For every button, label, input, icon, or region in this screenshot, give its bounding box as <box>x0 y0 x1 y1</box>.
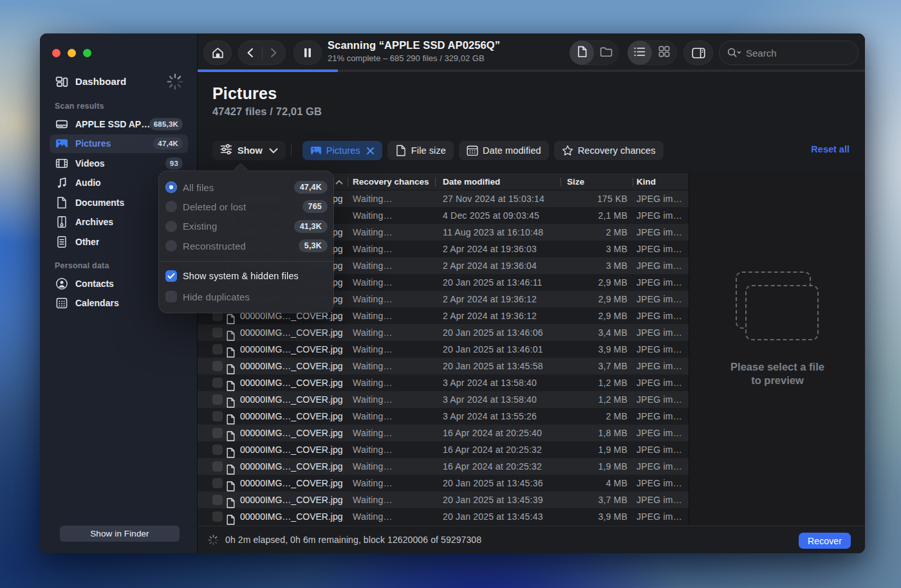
preview-placeholder-text: Please select a file to preview <box>689 360 865 387</box>
home-button[interactable] <box>203 41 232 65</box>
show-in-finder-button[interactable]: Show in Finder <box>60 526 180 542</box>
table-row[interactable]: 00000IMG…_COVER.jpg Waiting… 20 Jan 2025… <box>198 508 689 525</box>
table-row[interactable]: 00000IMG…_COVER.jpg Waiting… 20 Jan 2025… <box>198 492 689 508</box>
file-name: 00000IMG…_COVER.jpg <box>240 324 348 341</box>
filter-option-row[interactable]: All files 47,4K <box>158 178 334 197</box>
table-row[interactable]: 00000IMG…_COVER.jpg Waiting… 16 Apr 2024… <box>198 458 689 475</box>
row-checkbox[interactable] <box>212 411 223 421</box>
minimize-window-button[interactable] <box>68 49 76 57</box>
files-view-option[interactable] <box>570 41 594 65</box>
toggle-option-row[interactable]: Hide duplicates <box>158 287 334 306</box>
sidebar-spinner-icon <box>167 73 183 93</box>
sidebar-item-icon <box>55 176 68 189</box>
sidebar-item-label: Documents <box>75 198 124 208</box>
home-icon <box>211 46 225 60</box>
sort-ascending-icon <box>335 177 343 187</box>
column-header-size[interactable]: Size <box>567 173 584 190</box>
filter-chip-icon <box>395 145 407 156</box>
recovery-status: Waiting… <box>353 324 393 341</box>
row-checkbox[interactable] <box>212 394 223 405</box>
scan-progress-fill <box>198 69 338 72</box>
filter-divider <box>291 145 292 156</box>
row-checkbox[interactable] <box>212 361 223 371</box>
list-view-option[interactable] <box>627 41 652 65</box>
recovery-status: Waiting… <box>353 458 393 475</box>
folders-view-option[interactable] <box>594 41 618 65</box>
recover-button[interactable]: Recover <box>799 533 851 549</box>
search-input[interactable] <box>746 48 842 59</box>
filter-chip[interactable]: Recovery chances <box>554 141 664 160</box>
table-row[interactable]: 00000IMG…_COVER.jpg Waiting… 16 Apr 2024… <box>198 425 689 441</box>
table-row[interactable]: 00000IMG…_COVER.jpg Waiting… 20 Jan 2025… <box>198 324 689 341</box>
table-row[interactable]: 00000IMG…_COVER.jpg Waiting… 20 Jan 2025… <box>198 358 689 374</box>
column-divider <box>435 178 436 187</box>
grid-icon <box>658 46 670 60</box>
dashboard-icon <box>55 75 68 88</box>
pause-scan-button[interactable] <box>293 41 322 65</box>
layout-segmented-control <box>627 41 677 65</box>
row-checkbox[interactable] <box>212 327 223 338</box>
sidebar-item-dashboard[interactable]: Dashboard <box>50 72 188 91</box>
column-divider <box>633 178 633 187</box>
search-field[interactable] <box>719 41 859 65</box>
filter-option-row[interactable]: Reconstructed 5,3K <box>158 236 334 255</box>
file-size: 4 MB <box>561 475 627 492</box>
file-name: 00000IMG…_COVER.jpg <box>240 475 348 492</box>
table-row[interactable]: 00000IMG…_COVER.jpg Waiting… 16 Apr 2024… <box>198 441 689 458</box>
table-row[interactable]: 00000IMG…_COVER.jpg Waiting… 20 Jan 2025… <box>198 341 689 358</box>
sidebar-item[interactable]: APPLE SSD AP… 685,3K <box>50 115 188 133</box>
reset-all-link[interactable]: Reset all <box>811 144 850 154</box>
grid-view-option[interactable] <box>652 41 676 65</box>
filter-chip[interactable]: Pictures <box>302 141 382 160</box>
filter-chip[interactable]: Date modified <box>459 141 549 160</box>
file-kind: JPEG im… <box>636 475 687 492</box>
toggle-preview-panel-button[interactable] <box>683 41 713 65</box>
table-row[interactable]: 00000IMG…_COVER.jpg Waiting… 3 Apr 2024 … <box>198 374 689 391</box>
date-modified: 3 Apr 2024 at 13:58:40 <box>443 374 537 391</box>
back-button[interactable] <box>238 41 262 65</box>
table-row[interactable]: 00000IMG…_COVER.jpg Waiting… 3 Apr 2024 … <box>198 408 689 425</box>
page-title: Pictures <box>212 84 277 103</box>
sidebar-item-label: APPLE SSD AP… <box>75 119 150 129</box>
dashboard-label: Dashboard <box>75 76 126 87</box>
filter-option-row[interactable]: Deleted or lost 765 <box>158 197 334 216</box>
popover-divider <box>158 261 334 262</box>
file-kind: JPEG im… <box>636 425 687 441</box>
sidebar-item[interactable]: Pictures 47,4K <box>50 134 188 153</box>
row-checkbox[interactable] <box>212 445 223 455</box>
table-row[interactable]: 00000IMG…_COVER.jpg Waiting… 20 Jan 2025… <box>198 475 689 492</box>
section-label-scan-results: Scan results <box>55 102 104 111</box>
row-checkbox[interactable] <box>212 478 223 488</box>
toolbar: Scanning “APPLE SSD AP0256Q” 21% complet… <box>198 33 865 69</box>
toggle-option-row[interactable]: Show system & hidden files <box>158 266 334 286</box>
file-kind: JPEG im… <box>636 358 687 374</box>
filter-option-label: Reconstructed <box>183 241 246 252</box>
forward-button[interactable] <box>262 41 286 65</box>
sidebar-item-label: Contacts <box>75 279 114 289</box>
recovery-status: Waiting… <box>353 475 393 492</box>
column-header-recovery-chances[interactable]: Recovery chances <box>353 173 429 190</box>
show-filter-button[interactable]: Show <box>212 141 286 160</box>
file-kind: JPEG im… <box>636 274 687 291</box>
row-checkbox[interactable] <box>212 511 223 522</box>
row-checkbox[interactable] <box>212 495 223 505</box>
sidebar-item-label: Archives <box>75 217 113 227</box>
date-modified: 2 Apr 2024 at 19:36:04 <box>443 257 537 274</box>
close-window-button[interactable] <box>52 49 60 57</box>
file-kind: JPEG im… <box>636 341 687 358</box>
remove-filter-icon[interactable] <box>366 147 375 155</box>
column-header-date-modified[interactable]: Date modified <box>443 173 500 190</box>
date-modified: 20 Jan 2025 at 13:46:11 <box>443 274 543 291</box>
column-header-kind[interactable]: Kind <box>636 173 656 190</box>
row-checkbox[interactable] <box>212 461 223 472</box>
filter-option-row[interactable]: Existing 41,3K <box>158 217 334 236</box>
row-checkbox[interactable] <box>212 428 223 438</box>
row-checkbox[interactable] <box>212 344 223 354</box>
filter-chip[interactable]: File size <box>387 141 454 160</box>
desktop-wallpaper: Dashboard Scan results APPLE SSD AP… 685… <box>0 0 901 588</box>
filter-chip-label: Pictures <box>326 145 360 156</box>
zoom-window-button[interactable] <box>83 49 91 57</box>
table-row[interactable]: 00000IMG…_COVER.jpg Waiting… 3 Apr 2024 … <box>198 391 689 408</box>
row-checkbox[interactable] <box>212 378 223 388</box>
file-kind: JPEG im… <box>636 508 687 525</box>
